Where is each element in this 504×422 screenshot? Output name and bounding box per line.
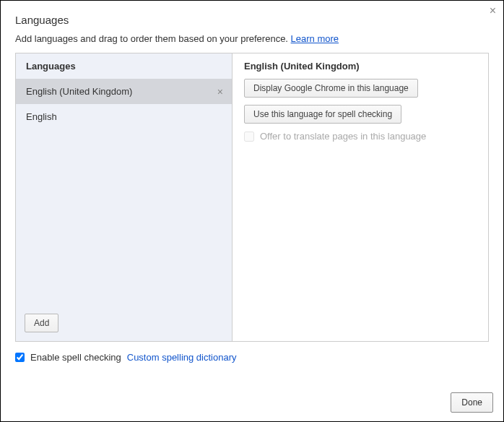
language-item[interactable]: English (United Kingdom) × bbox=[16, 79, 232, 104]
panels: Languages English (United Kingdom) × Eng… bbox=[15, 53, 489, 342]
language-item[interactable]: English bbox=[16, 104, 232, 129]
language-detail-panel: English (United Kingdom) Display Google … bbox=[233, 53, 488, 341]
done-button[interactable]: Done bbox=[451, 392, 493, 413]
language-list-panel: Languages English (United Kingdom) × Eng… bbox=[16, 53, 233, 341]
add-language-button[interactable]: Add bbox=[25, 314, 58, 332]
languages-dialog: × Languages Add languages and drag to or… bbox=[0, 0, 504, 422]
display-chrome-button[interactable]: Display Google Chrome in this language bbox=[244, 79, 418, 98]
dialog-title: Languages bbox=[1, 1, 503, 30]
offer-translate-checkbox bbox=[244, 132, 254, 142]
language-item-label: English bbox=[26, 111, 57, 122]
selected-language-header: English (United Kingdom) bbox=[244, 61, 477, 79]
subtitle-text: Add languages and drag to order them bas… bbox=[15, 33, 291, 44]
dialog-subtitle: Add languages and drag to order them bas… bbox=[1, 30, 503, 53]
spellcheck-row: Enable spell checking Custom spelling di… bbox=[1, 342, 503, 363]
offer-translate-label: Offer to translate pages in this languag… bbox=[260, 131, 426, 142]
spellcheck-language-button[interactable]: Use this language for spell checking bbox=[244, 105, 401, 124]
custom-dictionary-link[interactable]: Custom spelling dictionary bbox=[127, 352, 237, 363]
close-icon[interactable]: × bbox=[490, 5, 496, 17]
language-item-label: English (United Kingdom) bbox=[26, 86, 132, 97]
done-row: Done bbox=[451, 392, 493, 413]
language-list-header: Languages bbox=[16, 53, 232, 79]
language-list: English (United Kingdom) × English bbox=[16, 79, 232, 306]
remove-language-icon[interactable]: × bbox=[217, 86, 223, 98]
add-row: Add bbox=[16, 306, 232, 341]
learn-more-link[interactable]: Learn more bbox=[291, 33, 339, 44]
offer-translate-row: Offer to translate pages in this languag… bbox=[244, 131, 477, 142]
enable-spellcheck-checkbox[interactable] bbox=[15, 353, 25, 362]
enable-spellcheck-label: Enable spell checking bbox=[30, 352, 121, 363]
